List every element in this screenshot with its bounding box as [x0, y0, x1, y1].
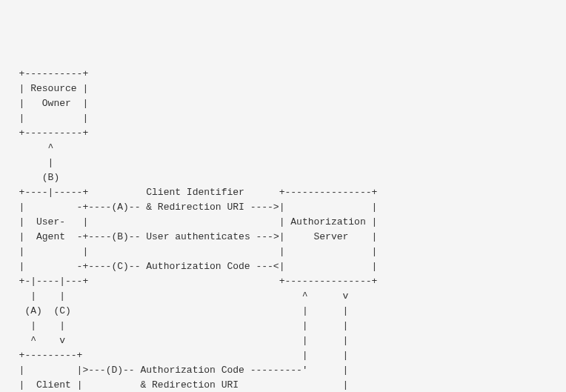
flow-c: (C)-- Authorization Code ---<: [111, 261, 279, 272]
flow-b-up: (B): [42, 172, 59, 183]
flow-a: (A)-- & Redirection URI ---->: [111, 202, 279, 213]
user-agent-box-l1: User-: [36, 216, 65, 227]
client-identifier-header: Client Identifier: [146, 187, 244, 198]
flow-d: >---(D)-- Authorization Code ---------': [82, 365, 307, 376]
auth-server-box-l2: Server: [314, 231, 349, 242]
flow-d-sub: & Redirection URI: [140, 379, 239, 391]
auth-server-box-l1: Authorization: [290, 216, 365, 227]
client-box: Client: [36, 379, 71, 391]
oauth-flow-diagram: +----------+ | Resource | | Owner | | | …: [7, 67, 559, 392]
flow-c-down: (C): [53, 305, 70, 316]
user-agent-box-l2: Agent: [36, 231, 65, 242]
resource-owner-box-l2: Owner: [42, 98, 71, 109]
flow-a-down: (A): [24, 305, 41, 316]
flow-b: (B)-- User authenticates --->: [111, 231, 279, 242]
resource-owner-box-l1: Resource: [30, 83, 76, 94]
